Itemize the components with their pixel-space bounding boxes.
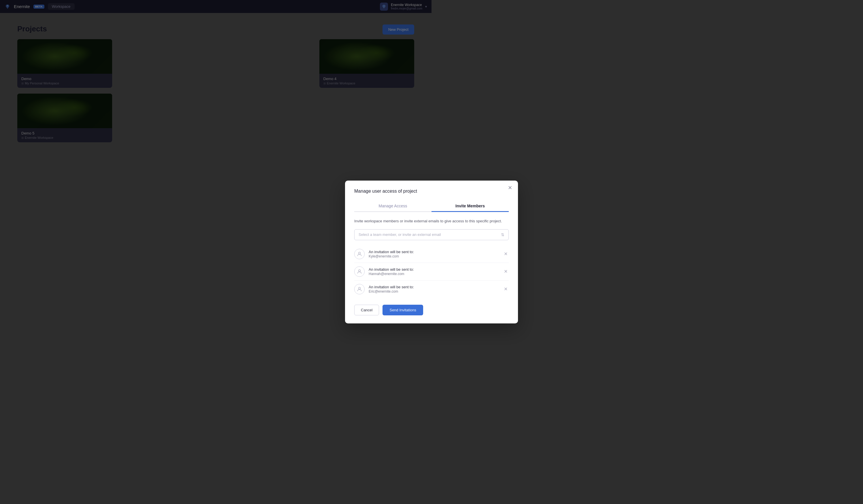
select-placeholder: Select a team member, or invite an exter…	[359, 232, 432, 237]
tab-manage-access[interactable]: Manage Access	[354, 201, 432, 212]
modal-title: Manage user access of project	[354, 189, 432, 194]
invitation-text: An invitation will be sent to: Kyle@ener…	[369, 250, 432, 252]
member-select-input[interactable]: Select a team member, or invite an exter…	[354, 229, 432, 240]
invitation-label: An invitation will be sent to:	[369, 250, 432, 252]
invite-description: Invite workspace members or invite exter…	[354, 218, 432, 224]
modal-overlay: Manage user access of project ✕ Manage A…	[0, 0, 432, 252]
invitation-item: An invitation will be sent to: Kyle@ener…	[354, 245, 432, 252]
invitation-list: An invitation will be sent to: Kyle@ener…	[354, 245, 432, 252]
modal: Manage user access of project ✕ Manage A…	[345, 181, 432, 252]
modal-tabs: Manage Access Invite Members	[354, 200, 432, 212]
avatar	[354, 249, 365, 252]
